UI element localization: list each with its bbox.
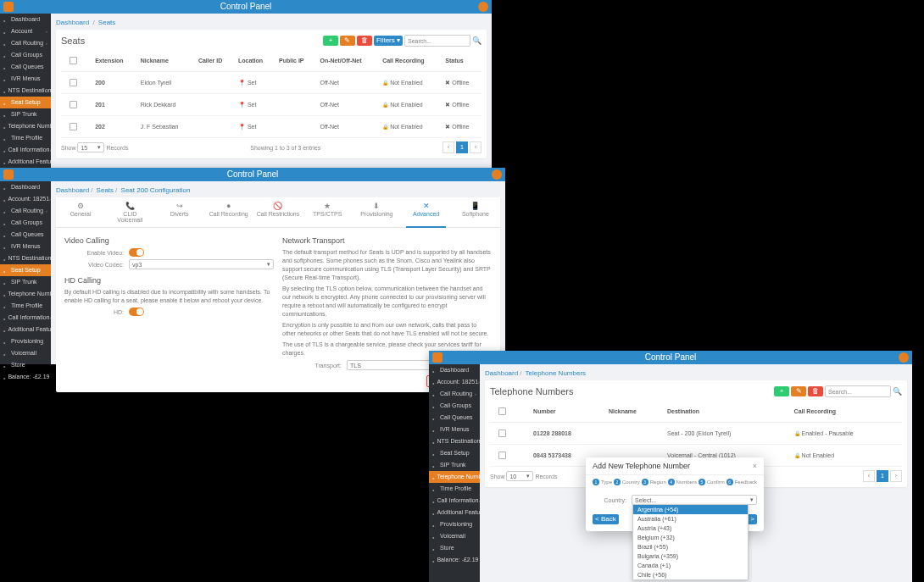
enable-video-toggle[interactable] — [129, 248, 144, 257]
sidebar-item[interactable]: •Telephone Numbers — [0, 288, 51, 300]
col-header[interactable] — [490, 401, 530, 423]
pager-1[interactable]: 1 — [877, 470, 888, 482]
sidebar-item[interactable]: •Account: 18251‹ — [429, 376, 480, 388]
table-row[interactable]: 202J. F Sebastian📍 SetOff-NetNot Enabled… — [61, 116, 481, 138]
tab-tps/ctps[interactable]: ★TPS/CTPS — [303, 197, 352, 227]
sidebar-item[interactable]: •Call Routing‹ — [429, 388, 480, 400]
sidebar-item[interactable]: •SIP Trunk — [0, 276, 51, 288]
add-button[interactable]: + — [774, 386, 789, 396]
country-option[interactable]: Belgium (+32) — [633, 533, 748, 542]
row-checkbox[interactable] — [70, 101, 77, 108]
col-header[interactable]: Nickname — [605, 401, 664, 423]
location-link[interactable]: 📍 Set — [235, 94, 276, 116]
tab-call-restrictions[interactable]: 🚫Call Restrictions — [253, 197, 303, 227]
select-all-checkbox[interactable] — [70, 57, 77, 64]
sidebar-item[interactable]: •Balance: -£2.19 — [0, 371, 51, 383]
tab-clid[interactable]: 📞CLIDVoicemail — [105, 197, 154, 227]
tab-provisioning[interactable]: ⬇Provisioning — [352, 197, 401, 227]
row-checkbox[interactable] — [498, 452, 506, 459]
sidebar-item[interactable]: •Account‹ — [0, 25, 51, 37]
sidebar-item[interactable]: •Store — [0, 359, 51, 371]
row-checkbox[interactable] — [70, 123, 77, 130]
sidebar-item[interactable]: •Call Groups — [429, 400, 480, 412]
step-confirm[interactable]: 5Confirm — [699, 479, 725, 485]
sidebar-item[interactable]: •Time Profile — [429, 483, 480, 495]
tab-advanced[interactable]: ✕Advanced — [402, 197, 451, 227]
sidebar-item[interactable]: •Call Queues — [429, 412, 480, 424]
country-option[interactable]: Bulgaria (+359) — [633, 552, 748, 561]
location-link[interactable]: 📍 Set — [235, 116, 276, 138]
sidebar-item[interactable]: •Call Groups — [0, 49, 51, 61]
sidebar-item[interactable]: •Call Routing‹ — [0, 205, 51, 217]
step-feedback[interactable]: 6Feedback — [726, 479, 757, 485]
sidebar-item[interactable]: •Dashboard — [0, 181, 51, 193]
video-codec-select[interactable]: vp3▾ — [129, 259, 274, 269]
sidebar-item[interactable]: •NTS Destinations — [0, 85, 51, 97]
sidebar-item[interactable]: •NTS Destinations — [0, 252, 51, 264]
sidebar-item[interactable]: •Telephone Numbers — [0, 120, 51, 132]
sidebar-item[interactable]: •Call Information‹ — [429, 495, 480, 507]
sidebar-item[interactable]: •Additional Features‹ — [429, 507, 480, 518]
delete-button[interactable]: 🗑 — [808, 386, 823, 396]
tab-call-recording[interactable]: ●Call Recording — [204, 197, 253, 227]
edit-button[interactable]: ✎ — [791, 386, 806, 396]
row-checkbox[interactable] — [498, 430, 506, 437]
country-option[interactable]: Brazil (+55) — [633, 542, 748, 552]
col-header[interactable]: Destination — [664, 401, 791, 423]
country-option[interactable]: Canada (+1) — [633, 561, 748, 570]
country-option[interactable]: Austria (+43) — [633, 524, 748, 533]
table-row[interactable]: 200Eldon Tyrell📍 SetOff-NetNot Enabled✖ … — [61, 72, 481, 94]
select-all-checkbox[interactable] — [498, 407, 506, 415]
sidebar-item[interactable]: •Seat Setup — [0, 97, 51, 108]
page-size-select[interactable]: 15▾ — [77, 142, 104, 152]
col-header[interactable]: Call Recording — [791, 401, 902, 423]
sidebar-item[interactable]: •SIP Trunk — [0, 108, 51, 120]
sidebar-item[interactable]: •Seat Setup — [0, 264, 51, 276]
sidebar-item[interactable]: •Call Queues — [0, 229, 51, 241]
sidebar-item[interactable]: •Call Information‹ — [0, 144, 51, 156]
country-option[interactable]: Australia (+61) — [633, 514, 748, 524]
sidebar-item[interactable]: •Additional Features‹ — [0, 324, 51, 335]
sidebar-item[interactable]: •SIP Trunk — [429, 459, 480, 471]
page-size-select[interactable]: 10▾ — [506, 471, 533, 481]
step-region[interactable]: 3Region — [642, 479, 666, 485]
sidebar-item[interactable]: •IVR Menus — [0, 73, 51, 85]
sidebar-item[interactable]: •IVR Menus — [429, 424, 480, 435]
col-header[interactable]: On-Net/Off-Net — [317, 50, 380, 72]
col-header[interactable]: Location — [235, 50, 276, 72]
sidebar-item[interactable]: •Provisioning — [0, 335, 51, 347]
sidebar-item[interactable]: •Balance: -£2.19 — [429, 554, 480, 566]
sidebar-item[interactable]: •Call Routing‹ — [0, 37, 51, 49]
sidebar-item[interactable]: •Account: 18251‹ — [0, 193, 51, 205]
pager-1[interactable]: 1 — [456, 141, 468, 153]
filters-button[interactable]: Filters ▾ — [374, 36, 403, 46]
sidebar-item[interactable]: •Voicemail — [429, 530, 480, 542]
search-input[interactable]: Search... — [825, 385, 891, 397]
sidebar-item[interactable]: •Provisioning — [429, 518, 480, 530]
pager-prev[interactable]: ‹ — [863, 470, 875, 482]
table-row[interactable]: 201Rick Dekkard📍 SetOff-NetNot Enabled✖ … — [61, 94, 481, 116]
sidebar-item[interactable]: •Time Profile — [0, 300, 51, 312]
crumb-seats[interactable]: Seats — [97, 186, 114, 194]
sidebar-item[interactable]: •Telephone Numbers — [429, 471, 480, 483]
crumb-dashboard[interactable]: Dashboard — [56, 19, 89, 26]
edit-button[interactable]: ✎ — [340, 36, 355, 46]
add-button[interactable]: + — [323, 36, 338, 46]
hd-toggle[interactable] — [129, 308, 144, 316]
pager-next[interactable]: › — [470, 141, 481, 153]
tab-diverts[interactable]: ↪Diverts — [154, 197, 203, 227]
col-header[interactable]: Public IP — [276, 50, 317, 72]
search-input[interactable]: Search... — [404, 35, 470, 47]
tab-general[interactable]: ⚙General — [56, 197, 105, 227]
col-header[interactable]: Caller ID — [195, 50, 235, 72]
user-avatar-icon[interactable] — [899, 352, 909, 363]
user-avatar-icon[interactable] — [492, 169, 502, 180]
table-row[interactable]: 01228 288018Seat - 200 (Eldon Tyrell)Ena… — [490, 423, 902, 445]
pager-prev[interactable]: ‹ — [443, 141, 454, 153]
back-button[interactable]: < Back — [593, 514, 619, 524]
sidebar-item[interactable]: •Dashboard — [0, 14, 51, 25]
sidebar-item[interactable]: •NTS Destinations — [429, 435, 480, 447]
row-checkbox[interactable] — [70, 79, 77, 86]
country-option[interactable]: Chile (+56) — [633, 570, 748, 579]
country-dropdown[interactable]: Argentina (+54)Australia (+61)Austria (+… — [632, 504, 749, 580]
